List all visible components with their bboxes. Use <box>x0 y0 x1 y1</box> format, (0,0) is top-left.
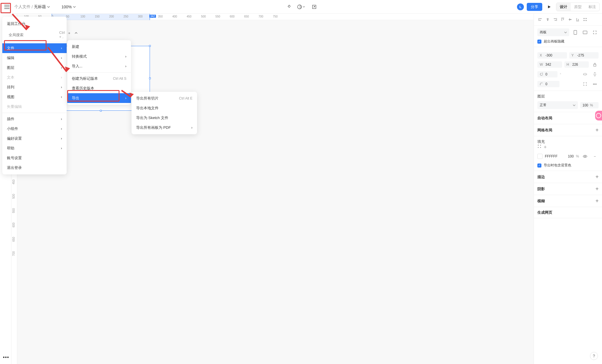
add-blur-button[interactable]: + <box>595 198 599 204</box>
menu-file[interactable]: 文件› <box>2 43 67 53</box>
mode-tabs: 设计 原型 标注 <box>556 3 600 11</box>
menu-text: 文本› <box>2 73 67 82</box>
main-menu-button[interactable] <box>2 2 11 11</box>
height-field[interactable]: H226 <box>564 61 589 68</box>
menu-back[interactable]: 返回工作台 <box>2 18 67 29</box>
fill-opacity[interactable]: 100 <box>568 154 574 158</box>
more-icon[interactable]: ••• <box>3 355 9 361</box>
align-center-v-icon[interactable] <box>567 17 573 22</box>
chevron-down-icon[interactable] <box>47 6 50 8</box>
export-pdf[interactable]: 导出所有画板为 PDF› <box>132 123 197 133</box>
add-grid-button[interactable]: + <box>595 127 599 133</box>
flip-h-icon[interactable] <box>581 71 589 78</box>
opacity-field[interactable]: 100% <box>580 102 599 108</box>
add-fill-button[interactable]: + <box>544 144 547 150</box>
file-version[interactable]: 创建为标记版本Ctrl Alt S <box>67 74 131 83</box>
frame-type-select[interactable]: 画板 <box>537 28 569 36</box>
rotation-field[interactable]: 0 <box>537 71 557 77</box>
fill-hex[interactable]: FFFFFF <box>545 154 557 158</box>
avatar[interactable]: L <box>517 3 524 10</box>
more-options-icon[interactable]: ••• <box>591 80 599 88</box>
menu-layer[interactable]: 图层› <box>2 63 67 73</box>
fill-swatch[interactable] <box>537 154 543 159</box>
hamburger-icon <box>4 5 9 9</box>
width-field[interactable]: W342 <box>537 61 562 68</box>
align-bottom-icon[interactable] <box>575 17 580 22</box>
blend-mode-select[interactable]: 正常 <box>537 101 578 109</box>
ruler-horizontal: 342 -100 -50 0 50 100 150 200 250 300 35… <box>17 14 534 20</box>
menu-view[interactable]: 视图› <box>2 92 67 102</box>
help-button[interactable]: ? <box>590 352 598 360</box>
right-toolbar: L 分享 设计 原型 标注 <box>517 3 600 11</box>
collapse-icon[interactable] <box>74 30 79 36</box>
x-field[interactable]: X-300 <box>537 52 567 59</box>
tab-prototype[interactable]: 原型 <box>571 3 585 11</box>
radius-field[interactable]: 0 <box>537 81 559 87</box>
align-top-icon[interactable] <box>560 17 566 22</box>
external-link-icon[interactable] <box>310 3 318 11</box>
align-left-icon[interactable] <box>537 17 543 22</box>
play-button[interactable] <box>545 3 553 11</box>
svg-point-11 <box>540 145 541 146</box>
menu-arrange[interactable]: 排列› <box>2 82 67 92</box>
menu-widgets[interactable]: 小组件› <box>2 124 67 134</box>
export-sketch[interactable]: 导出为 Sketch 文件 <box>132 113 197 123</box>
file-import[interactable]: 导入...› <box>67 61 131 71</box>
export-bg-checkbox[interactable] <box>537 163 541 168</box>
side-badge-icon[interactable] <box>595 111 602 120</box>
menu-edit[interactable]: 编辑› <box>2 53 67 63</box>
add-shadow-button[interactable]: + <box>595 186 599 192</box>
distribute-icon[interactable] <box>582 17 588 22</box>
orientation-landscape-icon[interactable] <box>581 29 589 36</box>
export-local[interactable]: 导出本地文件 <box>132 103 197 113</box>
ruler-marker-h: 342 <box>149 15 156 18</box>
align-center-h-icon[interactable] <box>545 17 551 22</box>
align-right-icon[interactable] <box>552 17 558 22</box>
lock-aspect-icon[interactable] <box>591 61 599 68</box>
menu-search[interactable]: Ctrl + . <box>2 29 67 41</box>
hide-overflow-checkbox[interactable] <box>537 40 541 44</box>
svg-rect-9 <box>594 64 596 66</box>
mask-icon[interactable] <box>297 3 305 11</box>
search-input[interactable] <box>9 33 57 37</box>
independent-corners-icon[interactable] <box>581 80 589 88</box>
menu-logout[interactable]: 退出登录 <box>2 163 67 173</box>
breadcrumb-title[interactable]: 无标题 <box>34 4 46 9</box>
zoom-control[interactable]: 100% <box>61 5 76 9</box>
svg-rect-4 <box>586 18 586 19</box>
svg-point-14 <box>584 156 586 157</box>
svg-point-13 <box>540 147 541 148</box>
svg-rect-0 <box>288 5 290 7</box>
style-icon[interactable] <box>537 144 541 150</box>
flip-v-icon[interactable] <box>591 71 599 78</box>
file-history[interactable]: 查看历史版本 <box>67 83 131 93</box>
property-panel: 画板 超出画板隐藏 X-300 Y-275 W342 H226 0 ° <box>534 14 602 364</box>
component-icon[interactable] <box>284 3 292 11</box>
visibility-icon[interactable] <box>581 153 589 160</box>
remove-fill-button[interactable]: − <box>591 153 599 160</box>
export-slices[interactable]: 导出所有切片Ctrl Alt E <box>132 94 197 103</box>
file-new[interactable]: 新建 <box>67 42 131 52</box>
menu-help[interactable]: 帮助› <box>2 143 67 153</box>
export-submenu: 导出所有切片Ctrl Alt E 导出本地文件 导出为 Sketch 文件 导出… <box>132 92 197 134</box>
fit-icon[interactable] <box>591 29 599 36</box>
share-button[interactable]: 分享 <box>527 3 542 11</box>
layer-section-title: 图层 <box>537 94 545 98</box>
stroke-section: 描边 + <box>534 171 602 183</box>
breadcrumb-parent[interactable]: 个人文件 <box>14 4 30 9</box>
add-page-icon[interactable]: + <box>67 30 72 36</box>
orientation-portrait-icon[interactable] <box>572 29 579 36</box>
file-convert[interactable]: 转换模式› <box>67 52 131 61</box>
menu-account[interactable]: 账号设置 <box>2 153 67 163</box>
menu-plugins[interactable]: 插件› <box>2 114 67 124</box>
y-field[interactable]: Y-275 <box>569 52 599 59</box>
menu-preferences[interactable]: 偏好设置› <box>2 134 67 143</box>
file-export[interactable]: 导出› <box>67 93 131 103</box>
add-stroke-button[interactable]: + <box>595 174 599 180</box>
svg-rect-6 <box>586 20 586 21</box>
center-toolbar <box>284 3 318 11</box>
tab-design[interactable]: 设计 <box>556 3 571 11</box>
generate-section: 生成网页 <box>534 207 602 218</box>
svg-rect-3 <box>584 18 584 19</box>
tab-annotate[interactable]: 标注 <box>585 3 599 11</box>
